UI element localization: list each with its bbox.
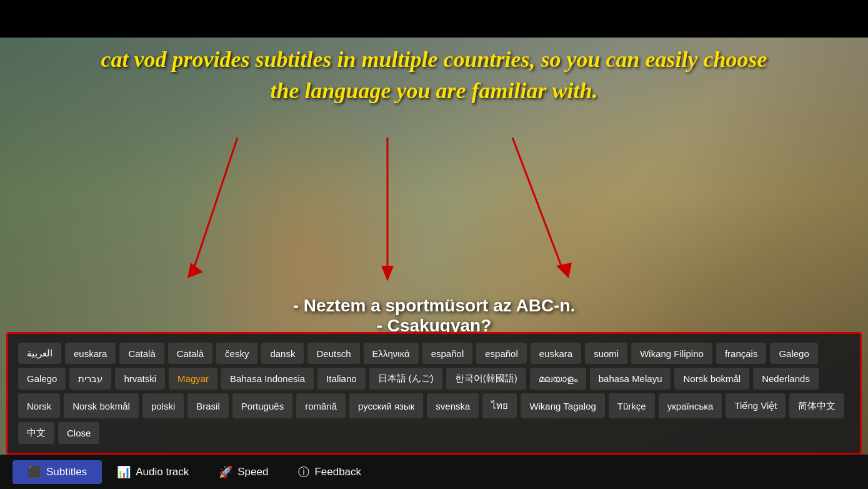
lang-btn-romana[interactable]: română (296, 393, 346, 418)
audio-track-tab[interactable]: 📊 Audio track (102, 460, 204, 484)
feedback-label: Feedback (314, 466, 361, 478)
lang-btn-greek[interactable]: Ελληνικά (364, 343, 419, 364)
lang-btn-polski[interactable]: polski (142, 393, 184, 418)
lang-btn-suomi[interactable]: suomi (585, 343, 627, 364)
lang-btn-hrvatski[interactable]: hrvatski (115, 368, 165, 390)
subtitles-tab[interactable]: ⬛ Subtitles (12, 460, 102, 484)
lang-btn-italiano[interactable]: Italiano (317, 368, 365, 390)
bottom-toolbar: ⬛ Subtitles 📊 Audio track 🚀 Speed ⓘ Feed… (0, 455, 868, 489)
lang-btn-close[interactable]: Close (58, 422, 99, 444)
speed-label: Speed (237, 466, 268, 478)
lang-btn-deutsch[interactable]: Deutsch (307, 343, 359, 364)
subtitle-line1: - Neztem a sportmüsort az ABC-n. (0, 296, 868, 316)
lang-btn-catala2[interactable]: Català (168, 343, 212, 364)
lang-btn-brasil[interactable]: Brasil (187, 393, 229, 418)
lang-btn-russian[interactable]: русский язык (349, 393, 423, 418)
lang-btn-magyar[interactable]: Magyar (169, 368, 217, 390)
lang-btn-bahasa-indonesia[interactable]: Bahasa Indonesia (221, 368, 314, 390)
speed-tab[interactable]: 🚀 Speed (204, 460, 283, 484)
lang-btn-norsk[interactable]: Norsk (18, 393, 60, 418)
lang-btn-galego2[interactable]: Galego (18, 368, 66, 390)
subtitle-text: - Neztem a sportmüsort az ABC-n. - Csaku… (0, 296, 868, 336)
lang-btn-catala1[interactable]: Català (119, 343, 164, 364)
lang-btn-arabic[interactable]: العربية (18, 343, 61, 364)
speed-icon: 🚀 (219, 465, 232, 479)
promo-line2: the language you are familiar with. (0, 75, 868, 106)
lang-btn-hebrew[interactable]: עברית (69, 368, 111, 390)
lang-btn-turkce[interactable]: Türkçe (609, 393, 655, 418)
audio-icon: 📊 (117, 465, 131, 479)
lang-btn-galego1[interactable]: Galego (770, 343, 817, 364)
lang-btn-chinese[interactable]: 中文 (18, 422, 54, 444)
lang-btn-korean[interactable]: 한국어(韓國語) (446, 368, 526, 390)
lang-btn-ukrainian[interactable]: українська (659, 393, 722, 418)
lang-btn-euskara1[interactable]: euskara (65, 343, 116, 364)
lang-btn-thai[interactable]: ไทย (482, 393, 517, 418)
promo-text: cat vod provides subtitles in multiple c… (0, 44, 868, 107)
top-bar (0, 0, 868, 38)
lang-btn-dansk[interactable]: dansk (261, 343, 304, 364)
lang-btn-svenska[interactable]: svenska (427, 393, 479, 418)
lang-btn-francais[interactable]: français (716, 343, 767, 364)
lang-btn-chinese-simplified[interactable]: 简体中文 (789, 393, 844, 418)
promo-line1: cat vod provides subtitles in multiple c… (0, 44, 868, 75)
lang-btn-euskara2[interactable]: euskara (531, 343, 581, 364)
language-grid: العربيةeuskaraCatalàCatalàčeskydanskDeut… (18, 343, 850, 444)
subtitles-label: Subtitles (46, 466, 87, 478)
lang-btn-norsk-bokmal2[interactable]: Norsk bokmål (64, 393, 139, 418)
lang-btn-cesky[interactable]: česky (216, 343, 257, 364)
lang-btn-portugues[interactable]: Português (232, 393, 292, 418)
lang-btn-wikang-tagalog[interactable]: Wikang Tagalog (521, 393, 604, 418)
lang-btn-wikang-filipino[interactable]: Wikang Filipino (631, 343, 712, 364)
subtitles-icon: ⬛ (27, 465, 41, 479)
lang-btn-nederlands[interactable]: Nederlands (753, 368, 819, 390)
lang-btn-malayalam[interactable]: മലയാളം (530, 368, 586, 390)
language-panel: العربيةeuskaraCatalàCatalàčeskydanskDeut… (6, 332, 862, 455)
lang-btn-espanol1[interactable]: español (422, 343, 473, 364)
lang-btn-norsk-bokmal1[interactable]: Norsk bokmål (674, 368, 749, 390)
lang-btn-espanol2[interactable]: español (476, 343, 527, 364)
feedback-tab[interactable]: ⓘ Feedback (283, 460, 376, 485)
lang-btn-bahasa-melayu[interactable]: bahasa Melayu (590, 368, 671, 390)
audio-track-label: Audio track (136, 466, 189, 478)
feedback-icon: ⓘ (298, 465, 309, 480)
lang-btn-tieng-viet[interactable]: Tiếng Việt (726, 393, 786, 418)
lang-btn-japanese[interactable]: 日本語 (んご) (369, 368, 442, 390)
